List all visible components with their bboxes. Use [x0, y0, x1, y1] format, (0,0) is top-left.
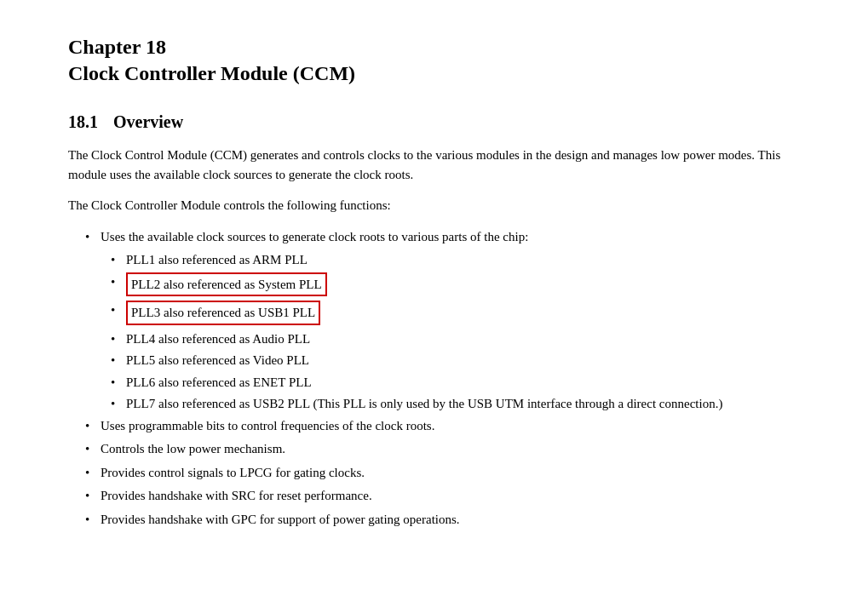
chapter-title: Clock Controller Module (CCM): [68, 60, 800, 87]
pll-item-text-1: PLL1 also referenced as ARM PLL: [126, 250, 800, 270]
pll-item-7: •PLL7 also referenced as USB2 PLL (This …: [111, 394, 800, 414]
bullet-icon: •: [111, 394, 126, 414]
page: Chapter 18 Clock Controller Module (CCM)…: [0, 0, 868, 613]
bullet-icon: •: [85, 486, 101, 506]
pll-item-4: •PLL4 also referenced as Audio PLL: [111, 329, 800, 349]
pll-item-2: •PLL2 also referenced as System PLL: [111, 272, 800, 299]
main-bullet-text-3: Provides control signals to LPCG for gat…: [101, 463, 800, 483]
main-bullet-1: •Uses programmable bits to control frequ…: [85, 416, 800, 436]
pll-item-3: •PLL3 also referenced as USB1 PLL: [111, 301, 800, 327]
highlighted-text: PLL3 also referenced as USB1 PLL: [126, 301, 320, 325]
main-list: • Uses the available clock sources to ge…: [85, 227, 800, 530]
main-bullet-text-1: Uses programmable bits to control freque…: [101, 416, 800, 436]
bullet-icon: •: [85, 439, 101, 459]
bullet-icon: •: [85, 510, 101, 530]
pll-item-1: •PLL1 also referenced as ARM PLL: [111, 250, 800, 270]
paragraph-2: The Clock Controller Module controls the…: [68, 196, 800, 215]
main-bullet-4: •Provides handshake with SRC for reset p…: [85, 486, 800, 506]
pll-item-text-3: PLL3 also referenced as USB1 PLL: [126, 301, 800, 327]
pll-item-text-5: PLL5 also referenced as Video PLL: [126, 351, 800, 370]
bullet-icon: •: [111, 351, 126, 370]
pll-item-text-6: PLL6 also referenced as ENET PLL: [126, 373, 800, 392]
section-number: 18.1: [68, 112, 98, 131]
main-bullet-5: •Provides handshake with GPC for support…: [85, 510, 800, 530]
section-title: Overview: [113, 112, 183, 131]
main-bullet-text-2: Controls the low power mechanism.: [101, 439, 800, 459]
pll-item-6: •PLL6 also referenced as ENET PLL: [111, 373, 800, 392]
bullet-icon: •: [85, 227, 101, 247]
main-bullet-text-4: Provides handshake with SRC for reset pe…: [101, 486, 800, 506]
pll-item-5: •PLL5 also referenced as Video PLL: [111, 351, 800, 370]
bullet-icon: •: [111, 329, 126, 349]
chapter-heading: Chapter 18 Clock Controller Module (CCM): [68, 34, 800, 87]
bullet-icon: •: [111, 301, 126, 320]
section-heading: 18.1Overview: [68, 112, 800, 132]
pll-item-text-2: PLL2 also referenced as System PLL: [126, 272, 800, 299]
bullet-icon: •: [85, 463, 101, 483]
pll-item-text-4: PLL4 also referenced as Audio PLL: [126, 329, 800, 349]
clock-sources-text: Uses the available clock sources to gene…: [101, 227, 800, 247]
pll-item-text-7: PLL7 also referenced as USB2 PLL (This P…: [126, 394, 800, 414]
pll-sublist: •PLL1 also referenced as ARM PLL•PLL2 al…: [111, 250, 800, 414]
main-bullet-2: •Controls the low power mechanism.: [85, 439, 800, 459]
main-bullet-text-5: Provides handshake with GPC for support …: [101, 510, 800, 530]
paragraph-1: The Clock Control Module (CCM) generates…: [68, 146, 800, 184]
chapter-number: Chapter 18: [68, 34, 800, 60]
remaining-bullets: •Uses programmable bits to control frequ…: [85, 416, 800, 530]
main-bullet-clock-sources: • Uses the available clock sources to ge…: [85, 227, 800, 247]
highlighted-text: PLL2 also referenced as System PLL: [126, 272, 327, 297]
bullet-icon: •: [111, 373, 126, 392]
bullet-icon: •: [111, 250, 126, 270]
bullet-icon: •: [111, 272, 126, 292]
bullet-icon: •: [85, 416, 101, 436]
main-bullet-3: •Provides control signals to LPCG for ga…: [85, 463, 800, 483]
